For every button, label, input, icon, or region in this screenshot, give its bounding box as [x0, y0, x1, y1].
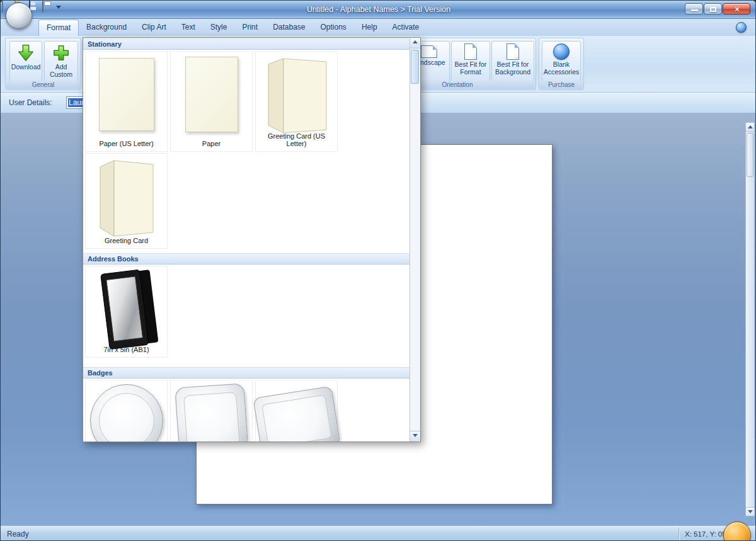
maximize-button[interactable] [704, 3, 722, 14]
app-window: Untitled - Alphabet Names > Trial Versio… [0, 0, 756, 541]
download-label: Download [11, 63, 41, 71]
download-arrow-icon [16, 43, 35, 62]
best-fit-for-format-button[interactable]: Best Fit for Format [451, 41, 490, 81]
paper-thumbnail [185, 57, 238, 132]
close-button[interactable]: × [723, 3, 750, 14]
greeting-card-us-letter-thumbnail [262, 55, 331, 137]
circle-badge-thumbnail [90, 384, 163, 442]
item-label: Greeting Card (US Letter) [257, 132, 336, 147]
best-fit-background-page-icon [507, 43, 519, 60]
tab-print[interactable]: Print [234, 20, 265, 36]
user-details-label: User Details: [9, 98, 52, 107]
rect-badge-thumbnail [253, 386, 340, 442]
status-bar: Ready X: 517, Y: 052 [1, 525, 756, 541]
tab-activate[interactable]: Activate [385, 20, 427, 36]
best-fit-format-label: Best Fit for Format [455, 60, 487, 76]
workspace-vertical-scrollbar[interactable] [745, 122, 755, 516]
gallery-item-paper-us-letter[interactable]: Paper (US Letter) [85, 51, 168, 152]
window-title: Untitled - Alphabet Names > Trial Versio… [1, 5, 756, 14]
scroll-up-icon [748, 125, 753, 128]
section-header-badges: Badges [83, 367, 410, 379]
gallery-item-greeting-card-us-letter[interactable]: Greeting Card (US Letter) [255, 51, 338, 152]
ribbon-group-purchase: Blank Accessories Purchase [539, 38, 584, 90]
maximize-icon [710, 7, 716, 12]
format-gallery-panel: Stationary Paper (US Letter) Paper Greet… [83, 37, 421, 442]
item-label: Paper (US Letter) [87, 140, 166, 147]
scroll-down-icon [748, 510, 753, 513]
gallery-item-greeting-card[interactable]: Greeting Card [85, 153, 168, 249]
add-custom-label: Add Custom [50, 63, 72, 78]
item-label: Greeting Card [87, 237, 166, 244]
gallery-scrollbar-thumb[interactable] [411, 50, 419, 84]
item-label: 7in x 5in (AB1) [87, 346, 166, 353]
address-book-thumbnail [89, 266, 164, 355]
ribbon-tab-row: Format Background Clip Art Text Style Pr… [1, 19, 756, 36]
add-custom-button[interactable]: Add Custom [44, 41, 78, 81]
landscape-page-icon [421, 45, 437, 58]
best-fit-format-page-icon [464, 43, 477, 60]
window-controls: × [685, 3, 750, 14]
download-button[interactable]: Download [9, 41, 42, 81]
close-icon: × [723, 4, 751, 14]
best-fit-for-background-button[interactable]: Best Fit for Background [491, 41, 534, 81]
tab-style[interactable]: Style [203, 20, 235, 36]
ribbon-group-general: Download Add Custom General [5, 38, 81, 90]
paper-us-letter-thumbnail [99, 58, 154, 131]
gallery-item-badge-rect[interactable] [255, 380, 338, 442]
scroll-up-button[interactable] [746, 123, 754, 132]
group-label-purchase: Purchase [540, 81, 583, 89]
tab-background[interactable]: Background [79, 20, 134, 36]
ribbon-tabs: Format Background Clip Art Text Style Pr… [38, 20, 427, 36]
greeting-card-thumbnail [95, 156, 158, 241]
square-badge-thumbnail [175, 383, 248, 442]
status-separator [679, 528, 679, 540]
minimize-button[interactable] [685, 3, 703, 14]
best-fit-background-label: Best Fit for Background [495, 60, 530, 76]
scroll-down-icon [413, 434, 418, 437]
blank-accessories-button[interactable]: Blank Accessories [542, 41, 581, 81]
scroll-down-button[interactable] [746, 507, 754, 516]
status-text: Ready [7, 530, 29, 538]
gallery-item-paper[interactable]: Paper [170, 51, 253, 152]
tab-help[interactable]: Help [354, 20, 385, 36]
tab-format[interactable]: Format [38, 20, 79, 36]
gallery-scroll-down-button[interactable] [410, 431, 420, 441]
application-menu-orb[interactable] [6, 3, 32, 29]
gallery-item-badge-square[interactable] [170, 380, 253, 442]
tab-text[interactable]: Text [174, 20, 203, 36]
gallery-item-badge-circle[interactable] [85, 380, 168, 442]
group-label-general: General [6, 81, 80, 89]
help-icon[interactable] [736, 22, 747, 33]
scroll-up-icon [413, 40, 418, 43]
workspace-scrollbar-thumb[interactable] [747, 133, 753, 177]
tab-options[interactable]: Options [313, 20, 354, 36]
item-label: Paper [172, 140, 251, 147]
gallery-item-address-book[interactable]: 7in x 5in (AB1) [85, 266, 168, 358]
tab-database[interactable]: Database [265, 20, 312, 36]
gallery-scroll-up-button[interactable] [410, 38, 420, 48]
tab-clip-art[interactable]: Clip Art [134, 20, 174, 36]
blank-accessories-label: Blank Accessories [544, 60, 580, 76]
title-bar: Untitled - Alphabet Names > Trial Versio… [1, 1, 756, 19]
add-plus-icon [52, 43, 71, 62]
gallery-scrollbar[interactable] [410, 38, 420, 441]
section-header-address-books: Address Books [83, 253, 410, 265]
minimize-icon [691, 9, 698, 11]
section-header-stationary: Stationary [83, 38, 410, 50]
blank-accessories-sphere-icon [553, 43, 570, 60]
